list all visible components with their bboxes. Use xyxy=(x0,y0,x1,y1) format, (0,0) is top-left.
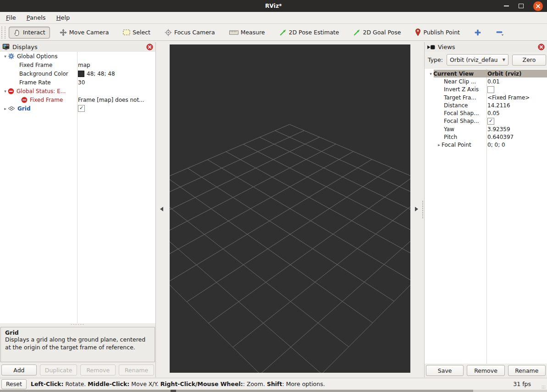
views-close-icon[interactable] xyxy=(538,44,545,50)
maximize-icon[interactable] xyxy=(519,4,524,8)
close-icon[interactable] xyxy=(533,1,543,11)
toolbar-drag-handle[interactable] xyxy=(1,27,6,39)
toolbar-button-2d-pose-estimate[interactable]: 2D Pose Estimate xyxy=(275,27,344,39)
fps-counter: 31 fps xyxy=(513,381,531,387)
views-save-button[interactable]: Save xyxy=(426,365,464,376)
horizontal-scrollbar[interactable] xyxy=(0,390,547,392)
views-row-near-clip-1[interactable]: Near Clip ...0.01 xyxy=(425,77,547,85)
property-label: Pitch xyxy=(444,134,457,140)
views-row-pitch-8[interactable]: Pitch0.640397 xyxy=(425,133,547,141)
zero-button[interactable]: Zero xyxy=(512,55,546,66)
toolbar-button-label: 2D Pose Estimate xyxy=(289,29,339,36)
displays-row-fixed-frame-1[interactable]: Fixed Framemap xyxy=(0,61,155,69)
displays-row-global-options-0[interactable]: ▾Global Options xyxy=(0,52,155,61)
3d-viewport[interactable] xyxy=(170,44,410,373)
property-label: Grid xyxy=(17,105,30,112)
property-label: Invert Z Axis xyxy=(444,86,479,93)
property-value[interactable]: <Fixed Frame> xyxy=(487,94,530,101)
property-value[interactable]: 3.92359 xyxy=(487,126,510,133)
chevron-down-icon: ▼ xyxy=(503,58,505,62)
displays-rename-button[interactable]: Rename xyxy=(119,364,154,375)
property-value[interactable]: ✓ xyxy=(487,118,494,125)
value-text: 30 xyxy=(78,79,85,86)
displays-row-grid-6[interactable]: ▸Grid✓ xyxy=(0,104,155,113)
views-rename-button[interactable]: Rename xyxy=(508,365,546,376)
scrollbar-handle[interactable] xyxy=(0,390,473,392)
remove-tool-icon xyxy=(496,29,504,36)
menu-file[interactable]: File xyxy=(4,13,18,22)
displays-row-global-status-e-4[interactable]: ▾Global Status: E... xyxy=(0,87,155,95)
displays-panel-header[interactable]: Displays xyxy=(0,42,155,52)
error-icon xyxy=(8,88,14,94)
property-value[interactable]: ✓ xyxy=(78,105,85,112)
toolbar-button-label: Interact xyxy=(23,29,45,36)
minimize-icon[interactable] xyxy=(504,6,509,6)
chevron-down-icon[interactable]: ▾ xyxy=(3,89,8,94)
displays-row-fixed-frame-5[interactable]: Fixed FrameFrame [map] does not... xyxy=(0,95,155,104)
views-row-target-fra-3[interactable]: Target Fra...<Fixed Frame> xyxy=(425,94,547,101)
status-help-text: Left-Click: Rotate. Middle-Click: Move X… xyxy=(31,381,325,387)
displays-duplicate-button[interactable]: Duplicate xyxy=(40,364,77,375)
toolbar-button-focus-camera[interactable]: Focus Camera xyxy=(160,27,220,39)
toolbar-button-remove-tool[interactable] xyxy=(491,27,508,39)
displays-add-button[interactable]: Add xyxy=(1,364,37,375)
resize-grip-icon[interactable] xyxy=(541,385,546,389)
toolbar-button-select[interactable]: Select xyxy=(118,27,155,38)
chevron-down-icon[interactable]: ▾ xyxy=(428,72,433,76)
toolbar-button-add-tool[interactable] xyxy=(470,27,486,39)
menu-bar: FilePanelsHelp xyxy=(0,12,547,24)
menu-help[interactable]: Help xyxy=(54,13,72,22)
reset-button[interactable]: Reset xyxy=(1,379,27,389)
displays-row-frame-rate-3[interactable]: Frame Rate30 xyxy=(0,78,155,87)
views-row-focal-shap-6[interactable]: Focal Shap...✓ xyxy=(425,117,547,125)
property-value[interactable]: Frame [map] does not... xyxy=(78,97,144,103)
view-type-dropdown[interactable]: Orbit (rviz_defau ▼ xyxy=(447,54,508,66)
chevron-down-icon[interactable]: ▾ xyxy=(3,54,8,59)
menu-panels[interactable]: Panels xyxy=(24,13,48,22)
views-remove-button[interactable]: Remove xyxy=(467,365,504,376)
chevron-right-icon[interactable]: ▸ xyxy=(3,106,8,111)
property-value[interactable]: 0; 0; 0 xyxy=(487,142,505,148)
property-label: Background Color xyxy=(19,71,68,77)
displays-splitter-handle[interactable]: ······ xyxy=(0,323,155,326)
chevron-right-icon[interactable]: ▸ xyxy=(436,143,442,147)
toolbar-button-label: Measure xyxy=(241,29,265,36)
measure-icon xyxy=(229,30,238,35)
toolbar-button-interact[interactable]: Interact xyxy=(9,27,50,39)
property-value[interactable]: 14.2116 xyxy=(487,102,510,109)
window-titlebar[interactable]: RViz* xyxy=(0,0,547,12)
views-row-current-view-0[interactable]: ▾Current ViewOrbit (rviz) xyxy=(425,70,547,77)
property-value[interactable]: 48; 48; 48 xyxy=(78,71,115,77)
views-row-invert-z-axis-2[interactable]: Invert Z Axis xyxy=(425,86,547,94)
property-value[interactable]: 0.05 xyxy=(487,110,500,116)
views-panel-header[interactable]: Views xyxy=(425,42,547,52)
views-splitter-handle[interactable] xyxy=(422,201,423,218)
property-value[interactable]: 0.640397 xyxy=(487,134,514,140)
property-value[interactable]: Orbit (rviz) xyxy=(487,71,522,77)
property-value[interactable]: 30 xyxy=(78,79,85,86)
displays-row-background-color-2[interactable]: Background Color48; 48; 48 xyxy=(0,69,155,78)
property-value[interactable] xyxy=(487,86,494,93)
views-row-distance-4[interactable]: Distance14.2116 xyxy=(425,101,547,109)
displays-close-icon[interactable] xyxy=(146,44,153,50)
scrollbar-notch xyxy=(171,390,176,392)
toolbar-button-publish-point[interactable]: Publish Point xyxy=(410,26,464,39)
collapse-right-panel-icon[interactable] xyxy=(415,207,418,211)
toolbar-button-label: Select xyxy=(133,29,150,36)
checkbox-checked[interactable]: ✓ xyxy=(78,105,85,112)
collapse-left-panel-icon[interactable] xyxy=(160,207,163,211)
toolbar-button-move-camera[interactable]: Move Camera xyxy=(55,27,114,39)
displays-remove-button[interactable]: Remove xyxy=(80,364,116,375)
property-label: Focal Shap... xyxy=(444,118,479,124)
property-label: Fixed Frame xyxy=(30,97,63,103)
views-row-yaw-7[interactable]: Yaw3.92359 xyxy=(425,125,547,133)
checkbox-unchecked[interactable] xyxy=(487,86,494,93)
property-value[interactable]: 0.01 xyxy=(487,78,500,85)
checkbox-checked[interactable]: ✓ xyxy=(487,118,494,125)
property-value[interactable]: map xyxy=(78,62,90,68)
views-row-focal-point-9[interactable]: ▸Focal Point0; 0; 0 xyxy=(425,141,547,149)
toolbar-button-measure[interactable]: Measure xyxy=(225,27,270,38)
views-row-focal-shap-5[interactable]: Focal Shap...0.05 xyxy=(425,109,547,117)
toolbar-button-2d-goal-pose[interactable]: 2D Goal Pose xyxy=(348,27,405,39)
displays-panel-title: Displays xyxy=(12,44,38,50)
